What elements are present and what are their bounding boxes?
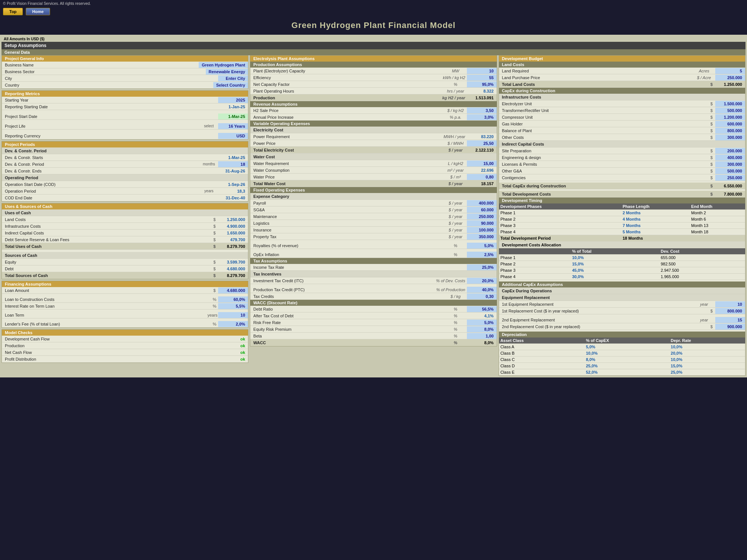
financing-panel: Financing Assumptions Loan Amount $ 4.68… [1, 281, 248, 328]
annual-increase-value[interactable]: 3,0% [467, 114, 497, 120]
second-replacement-value[interactable]: 15 [715, 317, 745, 323]
production-header: Production Assumptions [250, 62, 496, 68]
reporting-start-row: Reporting Starting Date 1-Jan-25 [2, 103, 248, 110]
land-required-value[interactable]: 5 [715, 68, 745, 74]
opex-inflation-value[interactable]: 2,5% [467, 252, 497, 258]
maintenance-row: Maintenance $ / year 250.000 [250, 213, 496, 220]
tax-credits-label: Tax Credits [250, 293, 444, 299]
income-tax-value[interactable]: 25,0% [467, 264, 497, 270]
contingencies-value[interactable]: 250.000 [715, 175, 745, 181]
first-replacement-cost-row: 1st Replacement Cost ($ in year replaced… [499, 308, 745, 314]
business-name-value[interactable]: Green Hydrogen Plant [199, 62, 248, 68]
logistics-value[interactable]: 90.000 [467, 220, 497, 226]
h2-price-value[interactable]: 3,50 [467, 108, 497, 113]
dev-period-value[interactable]: 18 [218, 161, 248, 167]
lenders-fee-value[interactable]: 2,0% [218, 321, 248, 327]
land-costs-row: Land Costs $ 1.250.000 [2, 216, 248, 223]
sources-header-row: Sources of Cash [2, 252, 248, 259]
top-button[interactable]: Top [3, 8, 23, 15]
licenses-value[interactable]: 300.000 [715, 161, 745, 167]
home-button[interactable]: Home [26, 8, 50, 15]
loan-constr-value[interactable]: 60,0% [218, 296, 248, 302]
electricity-header-row: Electricity Cost [250, 127, 496, 133]
first-replacement-value[interactable]: 10 [715, 301, 745, 307]
equity-risk-unit: % [444, 326, 467, 332]
wacc-value: 8,0% [467, 340, 497, 346]
payroll-value[interactable]: 400.000 [467, 200, 497, 206]
total-uses-value: 8.279.700 [218, 243, 248, 249]
starting-year-value[interactable]: 2025 [218, 97, 248, 103]
balance-value[interactable]: 800.000 [715, 128, 745, 134]
ptc-value[interactable]: 40,0% [467, 287, 497, 293]
equity-value: 3.599.700 [218, 259, 248, 265]
payroll-unit: $ / year [444, 200, 467, 206]
interest-rate-value[interactable]: 5,5% [218, 303, 248, 309]
loan-amount-value[interactable]: 4.680.000 [218, 287, 248, 293]
income-tax-label: Income Tax Rate [250, 264, 467, 270]
land-purchase-unit: $ / Acre [693, 75, 715, 81]
beta-value[interactable]: 1,00 [467, 333, 497, 339]
electrolyzer-value[interactable]: 1.500.000 [715, 101, 745, 107]
country-value[interactable]: Select Country [213, 82, 248, 88]
water-price-value[interactable]: 0,80 [467, 174, 497, 180]
first-replacement-cost-value[interactable]: 800.000 [715, 308, 745, 314]
op-start-value: 1-Sep-26 [218, 181, 248, 187]
loan-amount-dollar: $ [211, 287, 218, 293]
risk-free-row: Risk Free Rate % 5,0% [250, 319, 496, 326]
water-req-value[interactable]: 15,00 [467, 161, 497, 167]
land-purchase-label: Land Purchase Price [499, 75, 693, 81]
site-prep-value[interactable]: 200.000 [715, 148, 745, 154]
land-purchase-value[interactable]: 250.000 [715, 75, 745, 81]
total-water-unit: $ / year [444, 181, 467, 187]
project-life-value[interactable]: 16 Years [218, 123, 248, 129]
additional-capex-header: Additional CapEx Assumptions [499, 281, 745, 287]
insurance-unit: $ / year [444, 227, 467, 233]
loan-term-value[interactable]: 10 [218, 312, 248, 318]
efficiency-value[interactable]: 55 [467, 75, 497, 81]
reporting-currency-value[interactable]: USD [218, 133, 248, 139]
insurance-value[interactable]: 100.000 [467, 227, 497, 233]
second-replacement-cost-value[interactable]: 900.000 [715, 324, 745, 330]
wacc-header: WACC (Discount Rate) [250, 300, 496, 306]
business-sector-value[interactable]: Renewable Energy [206, 69, 248, 75]
class-a-pct: 5,0% [585, 344, 669, 350]
licenses-dollar: $ [708, 161, 715, 167]
maintenance-value[interactable]: 250.000 [467, 214, 497, 220]
sga-value[interactable]: 60.000 [467, 207, 497, 213]
other-costs-label: Other Costs [499, 134, 708, 140]
city-value[interactable]: Enter City [218, 75, 248, 81]
risk-free-value[interactable]: 5,0% [467, 320, 497, 326]
debt-ratio-value[interactable]: 56,5% [467, 306, 497, 312]
compressor-value[interactable]: 1.200.000 [715, 114, 745, 120]
class-c-rate: 10,0% [669, 357, 745, 363]
class-d-label: Class D [499, 363, 585, 369]
gas-holder-value[interactable]: 600.000 [715, 121, 745, 127]
income-tax-row: Income Tax Rate 25,0% [250, 264, 496, 271]
equity-risk-value[interactable]: 8,0% [467, 326, 497, 332]
phase4-row: Phase 4 5 Months Month 18 [499, 229, 745, 235]
royalties-value[interactable]: 5,0% [467, 243, 497, 249]
capacity-value[interactable]: 10 [467, 68, 497, 74]
project-start-value[interactable]: 1-Mar-25 [218, 113, 248, 119]
property-tax-value[interactable]: 350.000 [467, 234, 497, 240]
engineering-value[interactable]: 400.000 [715, 155, 745, 161]
first-replacement-cost-dollar: $ [708, 308, 715, 314]
capacity-row: Plant (Electrolyzer) Capacity MW 10 [250, 68, 496, 74]
other-ga-value[interactable]: 500.000 [715, 168, 745, 174]
pct-capex-col: % of CapEX [585, 337, 669, 344]
city-label: City [2, 75, 218, 81]
total-dev-period-value: 18 Months [621, 235, 745, 242]
debt-value: 4.680.000 [218, 266, 248, 272]
phase3-length: 7 Months [621, 223, 690, 229]
power-price-value[interactable]: 25,50 [467, 140, 497, 146]
tax-credits-value[interactable]: 0,30 [467, 293, 497, 299]
transformer-row: Transformer/Rectifier Unit $ 500.000 [499, 107, 745, 114]
net-capacity-value[interactable]: 95,0% [467, 81, 497, 87]
transformer-value[interactable]: 500.000 [715, 108, 745, 113]
itc-value[interactable]: 20,0% [467, 278, 497, 284]
dev-phases-col: Development Phases [499, 203, 621, 210]
opex-inflation-label: OpEx Inflation [250, 252, 444, 258]
other-costs-value[interactable]: 300.000 [715, 134, 745, 140]
water-price-unit: $ / m³ [444, 174, 467, 180]
phase4-end: Month 18 [689, 229, 745, 235]
